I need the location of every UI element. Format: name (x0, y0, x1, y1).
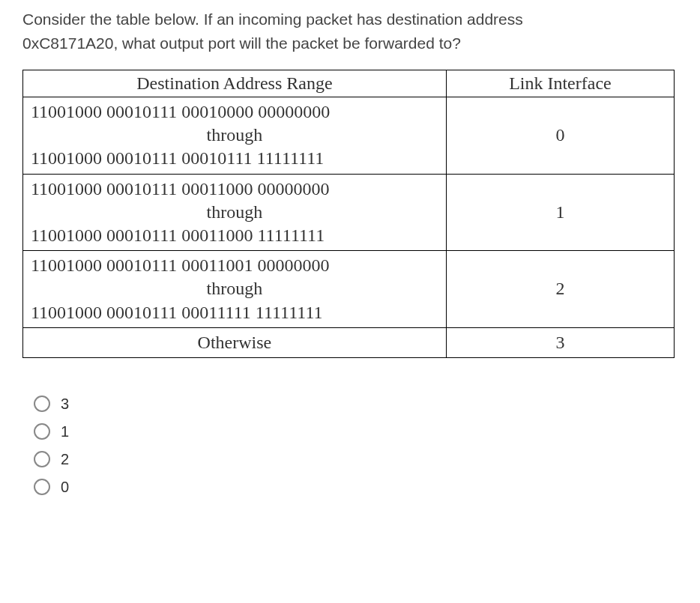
option-item[interactable]: 3 (34, 396, 678, 413)
table-row: 11001000 00010111 00011000 00000000 thro… (23, 174, 675, 251)
range-start: 11001000 00010111 00011000 00000000 (31, 178, 438, 201)
table-row: 11001000 00010111 00010000 00000000 thro… (23, 97, 675, 175)
table-header-row: Destination Address Range Link Interface (23, 70, 675, 97)
question-line1: Consider the table below. If an incoming… (22, 10, 523, 28)
header-dest: Destination Address Range (23, 70, 447, 97)
range-end: 11001000 00010111 00011111 11111111 (31, 301, 438, 324)
table-row: Otherwise 3 (23, 327, 675, 357)
option-label: 1 (61, 423, 69, 440)
option-item[interactable]: 2 (34, 451, 678, 468)
option-item[interactable]: 1 (34, 423, 678, 440)
range-through: through (31, 201, 438, 224)
question-line2: 0xC8171A20, what output port will the pa… (22, 34, 461, 52)
option-label: 2 (61, 451, 69, 468)
range-end: 11001000 00010111 00011000 11111111 (31, 224, 438, 247)
range-start: 11001000 00010111 00011001 00000000 (31, 254, 438, 277)
radio-icon[interactable] (34, 451, 50, 467)
question-text: Consider the table below. If an incoming… (22, 7, 678, 55)
range-start: 11001000 00010111 00010000 00000000 (31, 100, 438, 124)
range-through: through (31, 277, 438, 300)
option-label: 3 (61, 396, 69, 413)
option-label: 0 (61, 479, 69, 496)
answer-options: 3 1 2 0 (22, 396, 678, 496)
link-cell: 1 (446, 174, 674, 251)
radio-icon[interactable] (34, 423, 50, 440)
table-row: 11001000 00010111 00011001 00000000 thro… (23, 251, 675, 328)
otherwise-cell: Otherwise (23, 327, 447, 357)
link-cell: 0 (446, 97, 674, 175)
radio-icon[interactable] (34, 479, 50, 495)
routing-table: Destination Address Range Link Interface… (22, 70, 675, 358)
dest-range-cell: 11001000 00010111 00011001 00000000 thro… (23, 251, 447, 328)
dest-range-cell: 11001000 00010111 00010000 00000000 thro… (23, 97, 447, 175)
link-cell: 2 (446, 251, 674, 328)
option-item[interactable]: 0 (34, 479, 678, 496)
range-through: through (31, 124, 438, 147)
dest-range-cell: 11001000 00010111 00011000 00000000 thro… (23, 174, 447, 251)
header-link: Link Interface (446, 70, 674, 97)
radio-icon[interactable] (34, 396, 50, 412)
range-end: 11001000 00010111 00010111 11111111 (31, 147, 438, 170)
link-cell: 3 (446, 327, 674, 357)
